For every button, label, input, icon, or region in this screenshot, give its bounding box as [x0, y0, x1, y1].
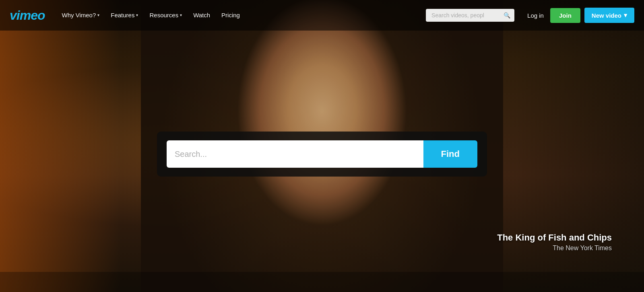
- chevron-down-icon: ▾: [624, 12, 627, 19]
- left-glow-overlay: [0, 0, 121, 292]
- chevron-down-icon: ▾: [97, 0, 99, 31]
- join-button[interactable]: Join: [550, 8, 580, 23]
- new-video-button[interactable]: New video ▾: [584, 8, 634, 23]
- chevron-down-icon: ▾: [180, 0, 182, 31]
- hero-section: vimeo Why Vimeo? ▾ Features ▾ Resources …: [0, 0, 644, 292]
- caption-source: The New York Times: [497, 245, 612, 252]
- nav-features[interactable]: Features ▾: [105, 0, 144, 31]
- nav-why-vimeo[interactable]: Why Vimeo? ▾: [56, 0, 105, 31]
- navbar: vimeo Why Vimeo? ▾ Features ▾ Resources …: [0, 0, 644, 31]
- chevron-down-icon: ▾: [136, 0, 138, 31]
- navbar-search-wrap: 🔍: [426, 9, 514, 22]
- nav-resources[interactable]: Resources ▾: [144, 0, 188, 31]
- hero-search-overlay: Find: [157, 132, 487, 177]
- navbar-search-input[interactable]: [426, 9, 514, 22]
- vimeo-logo[interactable]: vimeo: [10, 8, 45, 23]
- bottom-bar: [0, 272, 644, 292]
- caption-title: The King of Fish and Chips: [497, 232, 612, 243]
- nav-pricing[interactable]: Pricing: [216, 0, 246, 31]
- video-caption: The King of Fish and Chips The New York …: [497, 232, 612, 252]
- nav-watch[interactable]: Watch: [188, 0, 216, 31]
- login-button[interactable]: Log in: [521, 0, 550, 31]
- hero-search-input[interactable]: [167, 140, 423, 168]
- hero-find-button[interactable]: Find: [423, 140, 477, 168]
